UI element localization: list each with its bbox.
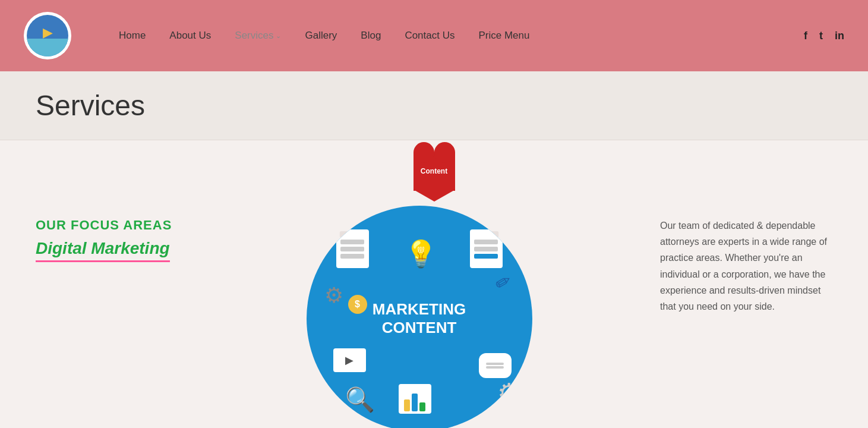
logo[interactable] xyxy=(24,12,71,59)
heart-label: Content xyxy=(421,167,447,175)
left-panel: OUR FOCUS AREAS Digital Marketing xyxy=(0,194,196,286)
marketing-circle-text: MARKETING CONTENT xyxy=(373,300,466,337)
dollar-icon: $ xyxy=(348,295,367,314)
play-icon: ▶ xyxy=(333,348,366,372)
focus-subheading: Digital Marketing xyxy=(36,239,170,262)
twitter-icon[interactable]: t xyxy=(819,30,823,42)
marketing-circle: ⚙ $ 💡 ✏ ▶ xyxy=(307,206,532,428)
page-title: Services xyxy=(36,89,832,122)
focus-heading: OUR FOCUS AREAS xyxy=(36,218,178,233)
header: Home About Us Services ⌄ Gallery Blog Co… xyxy=(0,0,868,71)
doc-icon xyxy=(336,229,369,268)
lightbulb-icon: 💡 xyxy=(405,238,437,269)
social-links: f t in xyxy=(804,30,844,42)
nav-gallery[interactable]: Gallery xyxy=(305,30,337,42)
heart-badge: Content xyxy=(414,152,455,191)
nav-blog[interactable]: Blog xyxy=(361,30,381,42)
page-title-section: Services xyxy=(0,71,868,140)
facebook-icon[interactable]: f xyxy=(804,30,807,42)
nav-price-menu[interactable]: Price Menu xyxy=(478,30,529,42)
nav-home[interactable]: Home xyxy=(119,30,146,42)
search-icon: 🔍 xyxy=(345,386,375,414)
content-area: Content OUR FOCUS AREAS Digital Marketin… xyxy=(0,140,868,428)
heart-icon: Content xyxy=(414,152,455,191)
doc-right-icon xyxy=(470,229,503,268)
linkedin-icon[interactable]: in xyxy=(835,30,844,42)
nav-services[interactable]: Services ⌄ xyxy=(235,30,281,42)
nav-contact[interactable]: Contact Us xyxy=(405,30,454,42)
chart-icon xyxy=(399,384,431,414)
pencil-icon: ✏ xyxy=(491,269,516,296)
right-panel: Our team of dedicated & dependable attor… xyxy=(642,194,868,338)
nav-about[interactable]: About Us xyxy=(169,30,211,42)
chevron-down-icon: ⌄ xyxy=(276,32,281,40)
right-description: Our team of dedicated & dependable attor… xyxy=(660,218,832,314)
center-image: ⚙ $ 💡 ✏ ▶ xyxy=(196,194,642,428)
chat-icon xyxy=(479,353,512,378)
gear-icon: ⚙ xyxy=(324,283,343,308)
gear-right-icon: ⚙ xyxy=(497,377,520,408)
main-nav: Home About Us Services ⌄ Gallery Blog Co… xyxy=(119,30,804,42)
